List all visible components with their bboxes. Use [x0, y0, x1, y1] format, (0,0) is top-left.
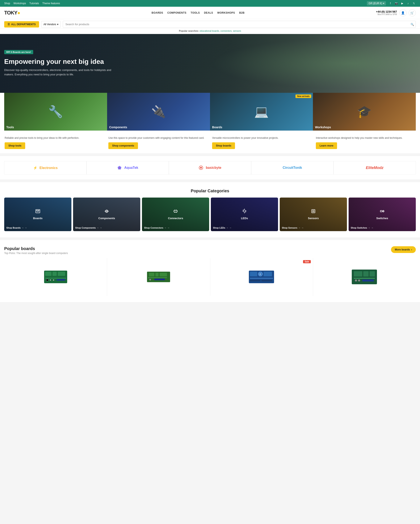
departments-button[interactable]: ☰ ALL DEPARTMENTS	[4, 21, 39, 27]
popular-boards-section: Popular boards Top Picks: The most sough…	[0, 240, 420, 302]
hero-badge: RPI 5 Boards are here!	[4, 50, 33, 54]
search-button[interactable]: 🔍	[411, 23, 414, 26]
nav-b2b[interactable]: B2B	[239, 11, 245, 14]
search-bar: ☰ ALL DEPARTMENTS All Vendors ▾ 🔍	[0, 19, 420, 29]
popular-searches: Popular searches: educational boards, co…	[0, 29, 420, 34]
boards-category-name: Boards	[33, 217, 43, 220]
board-card-2[interactable]	[107, 258, 210, 296]
svg-rect-34	[45, 278, 66, 278]
nav-tools[interactable]: TOOLS	[191, 11, 200, 14]
svg-rect-50	[263, 272, 272, 276]
category-switches[interactable]: Switches Shop Switches →	[349, 198, 416, 231]
svg-point-44	[149, 279, 151, 280]
logo[interactable]: TOKY●	[4, 10, 20, 16]
svg-line-21	[243, 210, 244, 210]
topbar-tutorials[interactable]: Tutorials	[29, 2, 39, 5]
category-sensors[interactable]: Sensors Shop Sensors →	[280, 198, 347, 231]
sensors-shop-link: Shop Sensors →	[282, 227, 345, 229]
connectors-shop-link: Shop Connectors →	[144, 227, 207, 229]
boards-info: Versatile microcontrollers to power your…	[212, 134, 312, 149]
workshops-desc: Interactive workshops designed to help y…	[316, 134, 415, 142]
board-card-1[interactable]	[4, 258, 107, 296]
switches-category-bg: Switches Shop Switches →	[349, 198, 416, 231]
circuittonik-logo: CircuitTonik	[283, 166, 302, 170]
board-image-4	[316, 262, 412, 292]
facebook-icon[interactable]: f	[388, 1, 392, 5]
categories-section: Popular Categories Boards Shop Boards →	[0, 182, 420, 237]
shop-components-button[interactable]: Shop components	[108, 142, 138, 149]
svg-rect-45	[154, 279, 165, 280]
nav-workshops[interactable]: WORKSHOPS	[217, 11, 235, 14]
brand-elitemodz[interactable]: EliteModz	[333, 161, 416, 175]
connectors-category-icon	[173, 208, 178, 215]
topbar-theme[interactable]: Theme features	[42, 2, 60, 5]
twitter-icon[interactable]: 𝕏	[412, 1, 416, 5]
shop-tools-button[interactable]: Shop tools	[5, 142, 25, 149]
hamburger-icon: ☰	[8, 23, 10, 26]
category-leds[interactable]: LEDs Shop LEDs →	[211, 198, 278, 231]
tools-card: 🔧 Tools	[4, 93, 107, 131]
components-card-image: 🔌 Components	[107, 93, 210, 131]
svg-rect-53	[262, 280, 272, 281]
category-boards[interactable]: Boards Shop Boards →	[4, 198, 71, 231]
svg-point-25	[313, 211, 314, 212]
topbar-workshops[interactable]: Workshops	[13, 2, 26, 5]
brands-grid: ⚡ Electronics AquaTek basicbyte	[4, 161, 416, 175]
leds-category-name: LEDs	[241, 217, 248, 220]
cards-grid: 🔧 Tools 🔌 Components 💻 New arrivals Boar…	[4, 93, 416, 131]
hero-content: RPI 5 Boards are here! Empowering your n…	[0, 42, 118, 85]
svg-point-26	[380, 210, 382, 212]
board-card-3[interactable]: Sale Ω	[210, 258, 313, 296]
more-boards-button[interactable]: More boards ›	[391, 246, 416, 253]
category-components[interactable]: Components Shop Components →	[73, 198, 140, 231]
brand-basicbyte[interactable]: basicbyte	[169, 161, 251, 175]
top-bar: Shop Workshops Tutorials Theme features …	[0, 0, 420, 7]
workshops-card: 🎓 Workshops	[313, 93, 416, 131]
svg-line-22	[245, 212, 246, 212]
components-card: 🔌 Components	[107, 93, 210, 131]
popular-term-2[interactable]: connectors	[220, 30, 232, 32]
categories-title: Popular Categories	[4, 189, 416, 193]
tiktok-icon[interactable]: ♪	[406, 1, 410, 5]
brand-aquatek[interactable]: AquaTek	[87, 161, 169, 175]
cart-button[interactable]: 🛒	[409, 9, 416, 16]
svg-rect-47	[250, 272, 257, 276]
vendor-selector[interactable]: All Vendors ▾	[41, 21, 61, 28]
account-button[interactable]: 👤	[399, 9, 407, 16]
tools-card-image: 🔧 Tools	[4, 93, 107, 131]
currency-selector[interactable]: GR (EUR €) ▾	[367, 1, 386, 5]
workshops-info: Interactive workshops designed to help y…	[315, 134, 416, 149]
header-icons: 👤 🛒	[399, 9, 416, 16]
boards-header-left: Popular boards Top Picks: The most sough…	[4, 246, 68, 255]
chevron-right-icon: ›	[411, 248, 412, 251]
popular-term-1[interactable]: educational boards	[200, 30, 219, 32]
youtube-icon[interactable]: ▶	[400, 1, 404, 5]
sale-badge: Sale	[303, 260, 311, 263]
board-image-3: Ω	[214, 262, 310, 292]
currency-chevron: ▾	[383, 2, 384, 5]
learn-more-button[interactable]: Learn more	[316, 142, 337, 149]
topbar-shop[interactable]: Shop	[4, 2, 10, 5]
components-category-icon	[104, 208, 110, 215]
brands-section: ⚡ Electronics AquaTek basicbyte	[0, 156, 420, 180]
svg-rect-15	[176, 212, 177, 213]
svg-rect-43	[148, 278, 167, 278]
shop-boards-button[interactable]: Shop boards	[212, 142, 235, 149]
categories-grid: Boards Shop Boards → Components Shop Com…	[4, 198, 416, 231]
search-input[interactable]	[63, 21, 416, 28]
popular-term-3[interactable]: sensors	[233, 30, 241, 32]
header-right: +44 (0) 1234 567 Mon-Fri 9AM to 5PM 👤 🛒	[376, 9, 416, 16]
brand-electronics[interactable]: ⚡ Electronics	[4, 161, 87, 175]
boards-category-icon	[35, 208, 41, 215]
instagram-icon[interactable]: 📷	[394, 1, 398, 5]
svg-point-36	[50, 279, 51, 281]
category-connectors[interactable]: Connectors Shop Connectors →	[142, 198, 209, 231]
nav-components[interactable]: COMPONENTS	[167, 11, 186, 14]
social-icons: f 📷 ▶ ♪ 𝕏	[388, 1, 416, 5]
brand-circuittonik[interactable]: CircuitTonik	[251, 161, 333, 175]
nav-boards[interactable]: BOARDS	[152, 11, 163, 14]
sensors-category-icon	[310, 208, 316, 215]
nav-deals[interactable]: DEALS	[204, 11, 213, 14]
board-card-4[interactable]	[313, 258, 416, 296]
card-info-row: Reliable and precise tools to bring your…	[4, 134, 416, 149]
